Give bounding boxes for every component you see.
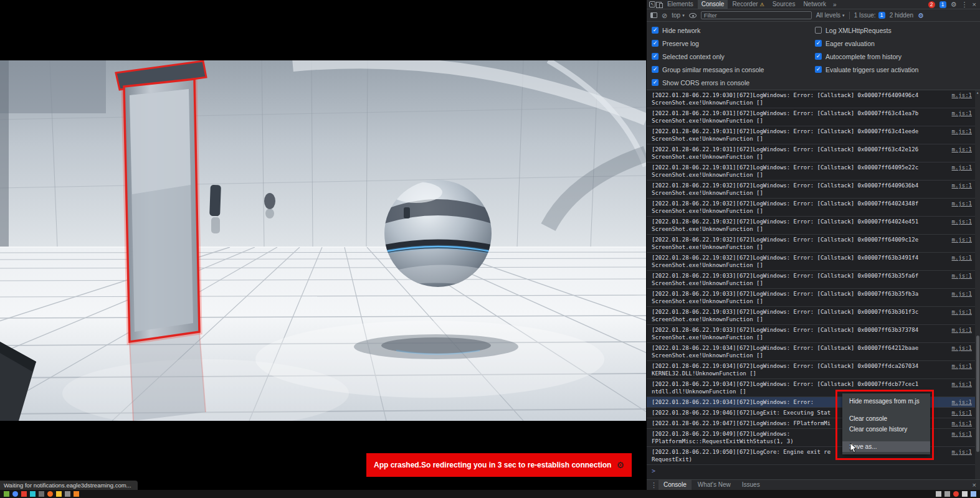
setting-show-cors-errors-in-console[interactable]: ✓Show CORS errors in console — [652, 79, 815, 86]
tray-badge-icon[interactable] — [953, 491, 959, 497]
source-link[interactable]: m.js:1 — [951, 326, 972, 334]
source-link[interactable]: m.js:1 — [951, 236, 972, 243]
context-selector[interactable]: top ▾ — [672, 12, 684, 19]
menu-item-clear-console[interactable]: Clear console — [842, 413, 930, 424]
scroll-up-arrow-icon[interactable]: ▴ — [975, 90, 980, 95]
source-link[interactable]: m.js:1 — [951, 430, 972, 438]
console-message[interactable]: [2022.01.28-06.22.19:033][672]LogWindows… — [647, 289, 980, 307]
checkbox-checked-icon[interactable]: ✓ — [652, 40, 659, 47]
bottom-tab-whats-new[interactable]: What's New — [693, 480, 736, 490]
setting-hide-network[interactable]: ✓Hide network — [652, 27, 815, 34]
console-message[interactable]: [2022.01.28-06.22.19:032][672]LogWindows… — [647, 199, 980, 217]
console-scrollbar[interactable]: ▴ — [975, 90, 980, 479]
setting-log-xmlhttprequests[interactable]: Log XMLHttpRequests — [815, 27, 918, 34]
gear-icon[interactable]: ⚙ — [616, 460, 624, 470]
console-message[interactable]: [2022.01.28-06.22.19:031][672]LogWindows… — [647, 162, 980, 181]
source-link[interactable]: m.js:1 — [951, 308, 972, 316]
menu-item-hide-messages-from-m-js[interactable]: Hide messages from m.js — [842, 396, 930, 406]
console-prompt[interactable]: > — [647, 465, 980, 477]
clear-console-icon[interactable]: ⊘ — [662, 11, 667, 20]
device-toolbar-icon[interactable] — [656, 1, 663, 7]
source-link[interactable]: m.js:1 — [951, 218, 972, 225]
console-settings-gear-icon[interactable]: ⚙ — [918, 11, 924, 20]
setting-preserve-log[interactable]: ✓Preserve log — [652, 40, 815, 47]
source-link[interactable]: m.js:1 — [951, 362, 972, 370]
console-message[interactable]: [2022.01.28-06.22.19:033][672]LogWindows… — [647, 307, 980, 325]
log-levels-dropdown[interactable]: All levels ▾ — [816, 12, 845, 19]
taskbar-app-5-icon[interactable] — [39, 491, 44, 497]
tray-icon-4-icon[interactable] — [971, 491, 976, 497]
3d-scene[interactable] — [0, 60, 646, 421]
source-link[interactable]: m.js:1 — [951, 164, 972, 171]
taskbar-app-6-icon[interactable] — [47, 491, 53, 497]
setting-evaluate-triggers-user-activation[interactable]: ✓Evaluate triggers user activation — [815, 66, 918, 73]
source-link[interactable]: m.js:1 — [951, 344, 972, 352]
console-message[interactable]: [2022.01.28-06.22.19:032][672]LogWindows… — [647, 217, 980, 235]
issue-count-badge[interactable]: 1 — [940, 1, 946, 8]
live-expression-eye-icon[interactable] — [689, 13, 697, 18]
taskbar-app-3-icon[interactable] — [21, 491, 27, 497]
console-message[interactable]: [2022.01.28-06.22.19:031][672]LogWindows… — [647, 126, 980, 144]
taskbar-app-1-icon[interactable] — [4, 491, 9, 497]
source-link[interactable]: m.js:1 — [951, 409, 972, 416]
menu-item-save-as[interactable]: Save as... — [842, 441, 930, 452]
console-message[interactable]: [2022.01.28-06.22.19:031][672]LogWindows… — [647, 108, 980, 126]
tab-console[interactable]: Console — [698, 0, 728, 9]
taskbar[interactable] — [0, 490, 980, 498]
console-message[interactable]: [2022.01.28-06.22.19:032][672]LogWindows… — [647, 181, 980, 199]
close-drawer-icon[interactable]: × — [973, 481, 976, 489]
tab-elements[interactable]: Elements — [664, 0, 697, 9]
checkbox-unchecked-icon[interactable] — [815, 27, 822, 34]
checkbox-checked-icon[interactable]: ✓ — [815, 40, 822, 47]
console-message[interactable]: [2022.01.28-06.22.19:034][672]LogWindows… — [647, 361, 980, 379]
source-link[interactable]: m.js:1 — [951, 420, 972, 427]
kebab-menu-icon[interactable]: ⋮ — [961, 0, 968, 9]
source-link[interactable]: m.js:1 — [951, 110, 972, 117]
console-message[interactable]: [2022.01.28-06.22.19:030][672]LogWindows… — [647, 90, 980, 108]
tray-icon-1-icon[interactable] — [936, 491, 941, 497]
setting-autocomplete-from-history[interactable]: ✓Autocomplete from history — [815, 53, 918, 60]
source-link[interactable]: m.js:1 — [951, 272, 972, 280]
console-sidebar-icon[interactable] — [650, 12, 657, 18]
settings-gear-icon[interactable]: ⚙ — [951, 0, 957, 9]
source-link[interactable]: m.js:1 — [951, 380, 972, 388]
source-link[interactable]: m.js:1 — [951, 290, 972, 298]
checkbox-checked-icon[interactable]: ✓ — [652, 79, 659, 86]
taskbar-app-9-icon[interactable] — [74, 491, 79, 497]
more-tabs-icon[interactable]: » — [830, 1, 839, 8]
issues-counter[interactable]: 1 Issue: 1 — [854, 12, 885, 19]
scrollbar-thumb[interactable] — [976, 336, 979, 453]
taskbar-app-4-icon[interactable] — [30, 491, 36, 497]
source-link[interactable]: m.js:1 — [951, 254, 972, 261]
hidden-messages-count[interactable]: 2 hidden — [890, 12, 913, 19]
source-link[interactable]: m.js:1 — [951, 146, 972, 153]
inspect-element-icon[interactable]: ↖ — [649, 1, 655, 7]
setting-group-similar-messages-in-console[interactable]: ✓Group similar messages in console — [652, 66, 815, 73]
console-message[interactable]: [2022.01.28-06.22.19:032][672]LogWindows… — [647, 235, 980, 253]
checkbox-checked-icon[interactable]: ✓ — [652, 53, 659, 60]
source-link[interactable]: m.js:1 — [951, 128, 972, 135]
source-link[interactable]: m.js:1 — [951, 398, 972, 406]
taskbar-app-7-icon[interactable] — [56, 491, 62, 497]
console-message[interactable]: [2022.01.28-06.22.19:034][672]LogWindows… — [647, 343, 980, 361]
checkbox-checked-icon[interactable]: ✓ — [815, 53, 822, 60]
error-count-badge[interactable]: 2 — [928, 1, 935, 8]
taskbar-app-2-icon[interactable] — [12, 491, 18, 497]
source-link[interactable]: m.js:1 — [951, 448, 972, 456]
setting-selected-context-only[interactable]: ✓Selected context only — [652, 53, 815, 60]
console-message[interactable]: [2022.01.28-06.22.19:032][672]LogWindows… — [647, 253, 980, 271]
console-message[interactable]: [2022.01.28-06.22.19:033][672]LogWindows… — [647, 271, 980, 289]
console-message[interactable]: [2022.01.28-06.22.19:033][672]LogWindows… — [647, 325, 980, 343]
checkbox-checked-icon[interactable]: ✓ — [652, 66, 659, 73]
tab-sources[interactable]: Sources — [769, 0, 799, 9]
source-link[interactable]: m.js:1 — [951, 200, 972, 207]
bottom-tab-issues[interactable]: Issues — [737, 480, 765, 490]
source-link[interactable]: m.js:1 — [951, 182, 972, 189]
tray-icon-2-icon[interactable] — [944, 491, 950, 497]
bottom-kebab-icon[interactable]: ⋮ — [650, 481, 657, 489]
console-message[interactable]: [2022.01.28-06.22.19:031][672]LogWindows… — [647, 144, 980, 162]
taskbar-app-8-icon[interactable] — [65, 491, 70, 497]
tab-recorder[interactable]: Recorder⚠ — [728, 0, 768, 9]
checkbox-checked-icon[interactable]: ✓ — [652, 27, 659, 34]
tab-network[interactable]: Network — [799, 0, 830, 9]
